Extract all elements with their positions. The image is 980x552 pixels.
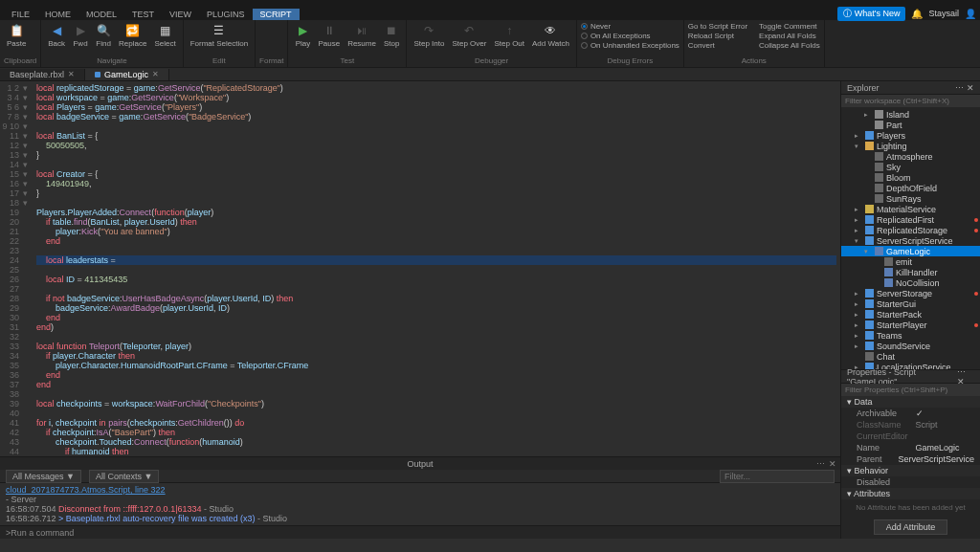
tree-item[interactable]: Bloom [841, 172, 980, 183]
tree-item[interactable]: ▾GameLogic [841, 246, 980, 256]
tree-item[interactable]: ▾Lighting [841, 141, 980, 151]
debug-error-option[interactable]: Never [581, 22, 679, 31]
ribbon-stop-button[interactable]: ⏹Stop [381, 22, 402, 49]
tree-item[interactable]: ▸Players [841, 130, 980, 141]
output-panel-header: Output ⋯ ✕ [0, 456, 840, 470]
prop-row[interactable]: ParentServerScriptService [841, 453, 980, 465]
ribbon-pause-button[interactable]: ⏸Pause [315, 22, 343, 49]
tree-item[interactable]: KillHandler [841, 267, 980, 277]
ribbon-step-out-button[interactable]: ↑Step Out [491, 22, 527, 49]
action-item[interactable]: Collapse All Folds [759, 41, 820, 50]
ribbon-paste-button[interactable]: 📋Paste [4, 22, 29, 49]
tree-item[interactable]: ▸ReplicatedStorage [841, 225, 980, 235]
tree-item[interactable]: Chat [841, 351, 980, 362]
user-avatar-icon[interactable]: 👤 [965, 9, 976, 19]
tree-item[interactable]: ▸Teams [841, 330, 980, 341]
menu-tab-test[interactable]: TEST [124, 9, 162, 20]
prop-row[interactable]: CurrentEditor [841, 431, 980, 442]
properties-header: Properties - Script "GameLogic"⋯ ✕ [841, 370, 980, 384]
prop-row[interactable]: NameGameLogic [841, 442, 980, 453]
ribbon-find-button[interactable]: 🔍Find [93, 22, 114, 49]
action-item[interactable]: Expand All Folds [759, 32, 820, 40]
file-tabstrip: Baseplate.rbxl ✕GameLogic ✕ [0, 68, 980, 81]
tree-item[interactable]: ▸LocalizationService [841, 362, 980, 369]
tree-item[interactable]: ▾ServerScriptService [841, 235, 980, 246]
tree-item[interactable]: Part [841, 120, 980, 130]
debug-error-option[interactable]: On All Exceptions [581, 32, 679, 40]
output-filter-input[interactable] [720, 470, 835, 483]
explorer-header: Explorer⋯ ✕ [841, 81, 980, 95]
ribbon-format-selection-button[interactable]: ☰Format Selection [188, 22, 251, 49]
ribbon-step-into-button[interactable]: ↷Step Into [411, 22, 447, 49]
code-editor[interactable]: 1 2 3 4 5 6 7 8 9 10 11 12 13 14 15 16 1… [0, 81, 840, 456]
prop-section-header[interactable]: ▾ Attributes [841, 488, 980, 499]
tree-item[interactable]: NoCollision [841, 277, 980, 288]
output-menu-icon[interactable]: ⋯ [816, 459, 825, 469]
tree-item[interactable]: ▸StarterGui [841, 298, 980, 309]
attr-empty-msg: No Attribute has been added yet [841, 499, 980, 516]
output-body[interactable]: cloud_2071874773.Atmos.Script, line 322 … [0, 483, 840, 525]
notification-icon[interactable]: 🔔 [911, 9, 923, 19]
ribbon: 📋PasteClipboard◀Back▶Fwd🔍Find🔁Replace▦Se… [0, 20, 980, 68]
output-messages-dropdown[interactable]: All Messages ▼ [6, 470, 81, 483]
explorer-search-input[interactable] [841, 95, 980, 107]
close-icon[interactable]: ✕ [68, 70, 75, 78]
ribbon-replace-button[interactable]: 🔁Replace [116, 22, 149, 49]
properties-search-input[interactable] [841, 384, 980, 396]
prop-section-header[interactable]: ▾ Data [841, 396, 980, 408]
file-tab[interactable]: GameLogic ✕ [85, 69, 169, 80]
output-toolbar: All Messages ▼ All Contexts ▼ [0, 470, 840, 483]
action-item[interactable]: Reload Script [688, 32, 747, 40]
ribbon-resume-button[interactable]: ⏯Resume [345, 22, 379, 49]
command-bar[interactable]: > Run a command [0, 525, 840, 539]
ribbon-step-over-button[interactable]: ↶Step Over [449, 22, 489, 49]
prop-row[interactable]: ClassNameScript [841, 419, 980, 431]
tree-item[interactable]: ▸MaterialService [841, 204, 980, 214]
menu-tab-model[interactable]: MODEL [78, 9, 124, 20]
tree-item[interactable]: Sky [841, 162, 980, 172]
tree-item[interactable]: DepthOfField [841, 183, 980, 193]
menu-tab-script[interactable]: SCRIPT [253, 9, 300, 20]
ribbon-add-watch-button[interactable]: 👁Add Watch [529, 22, 572, 49]
menu-tab-home[interactable]: HOME [37, 9, 78, 20]
ribbon-play-button[interactable]: ▶Play [292, 22, 313, 49]
menu-tab-view[interactable]: VIEW [162, 9, 199, 20]
prop-row[interactable]: Archivable✓ [841, 408, 980, 419]
tree-item[interactable]: ▸ServerStorage [841, 288, 980, 298]
ribbon-select-button[interactable]: ▦Select [151, 22, 178, 49]
file-tab[interactable]: Baseplate.rbxl ✕ [0, 69, 85, 80]
prop-section-header[interactable]: ▾ Behavior [841, 465, 980, 476]
explorer-close-icon[interactable]: ⋯ ✕ [955, 83, 974, 93]
tree-item[interactable]: ▸SoundService [841, 341, 980, 351]
tree-item[interactable]: emit [841, 256, 980, 267]
ribbon-back-button[interactable]: ◀Back [45, 22, 68, 49]
menubar: FILEHOMEMODELTESTVIEWPLUGINSSCRIPT ⓘ Wha… [0, 7, 980, 20]
tree-item[interactable]: ▸Island [841, 109, 980, 120]
debug-error-option[interactable]: On Unhandled Exceptions [581, 41, 679, 50]
output-contexts-dropdown[interactable]: All Contexts ▼ [89, 470, 159, 483]
menu-tab-plugins[interactable]: PLUGINS [199, 9, 253, 20]
action-item[interactable]: Toggle Comment [759, 22, 820, 31]
ribbon-fwd-button[interactable]: ▶Fwd [70, 22, 91, 49]
user-label[interactable]: Staysail [928, 9, 959, 18]
menu-tab-file[interactable]: FILE [4, 9, 37, 20]
output-close-icon[interactable]: ✕ [829, 459, 836, 469]
whats-new-button[interactable]: ⓘ What's New [837, 7, 905, 21]
tree-item[interactable]: ▸StarterPlayer [841, 320, 980, 330]
close-icon[interactable]: ✕ [152, 70, 159, 78]
action-item[interactable]: Convert [688, 41, 747, 50]
tree-item[interactable]: SunRays [841, 193, 980, 204]
action-item[interactable]: Go to Script Error [688, 22, 747, 31]
tree-item[interactable]: ▸ReplicatedFirst [841, 214, 980, 225]
tree-item[interactable]: ▸StarterPack [841, 309, 980, 320]
prop-row[interactable]: Disabled [841, 476, 980, 488]
explorer-tree[interactable]: ▸IslandPart▸Players▾LightingAtmosphereSk… [841, 107, 980, 369]
tree-item[interactable]: Atmosphere [841, 151, 980, 162]
add-attribute-button[interactable]: Add Attribute [874, 519, 948, 535]
